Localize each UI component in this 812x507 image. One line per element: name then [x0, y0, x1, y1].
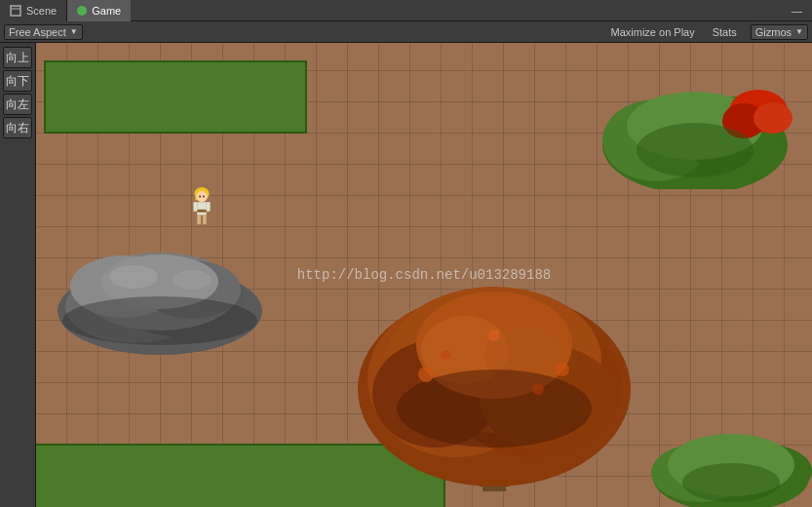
dir-down-label: 向下 — [6, 73, 29, 90]
tab-game-label: Game — [92, 5, 121, 17]
dir-left-label: 向左 — [6, 97, 29, 113]
aspect-dropdown[interactable]: Free Aspect ▼ — [4, 24, 83, 40]
svg-rect-52 — [207, 202, 211, 212]
scene-icon — [10, 5, 21, 17]
svg-rect-48 — [197, 210, 207, 213]
stats-button[interactable]: Stats — [709, 24, 741, 40]
dir-right-button[interactable]: 向右 — [3, 117, 32, 138]
dir-left-button[interactable]: 向左 — [3, 94, 32, 115]
svg-point-46 — [203, 196, 205, 198]
svg-point-17 — [109, 265, 158, 289]
rock-pile — [56, 233, 260, 350]
dir-down-button[interactable]: 向下 — [3, 70, 32, 92]
autumn-tree — [338, 282, 650, 487]
bush-top-right — [598, 87, 793, 184]
game-icon — [77, 6, 87, 16]
left-panel: 向上 向下 向左 向右 — [0, 43, 36, 507]
svg-point-35 — [441, 350, 450, 360]
game-viewport: http://blog.csdn.net/u013289188 — [36, 43, 812, 507]
svg-point-18 — [173, 270, 212, 290]
aspect-label: Free Aspect — [9, 26, 66, 38]
main-area: 向上 向下 向左 向右 — [0, 43, 812, 507]
svg-rect-0 — [11, 6, 20, 16]
svg-point-8 — [754, 102, 793, 134]
dir-up-button[interactable]: 向上 — [3, 47, 32, 68]
svg-point-19 — [62, 296, 257, 345]
aspect-arrow: ▼ — [70, 27, 78, 36]
tab-bar-right: — — [787, 5, 812, 17]
svg-rect-50 — [203, 215, 207, 225]
tab-bar: Scene Game — — [0, 0, 812, 21]
svg-rect-47 — [197, 202, 207, 214]
dir-up-label: 向上 — [6, 50, 29, 66]
tab-scene-label: Scene — [26, 5, 57, 17]
maximize-on-play-button[interactable]: Maximize on Play — [607, 24, 699, 40]
svg-point-9 — [637, 123, 754, 177]
svg-point-44 — [196, 191, 207, 202]
svg-point-33 — [556, 363, 569, 376]
svg-rect-49 — [197, 215, 201, 225]
bush-bottom-right — [651, 424, 807, 502]
svg-point-34 — [488, 330, 500, 341]
tab-scene[interactable]: Scene — [0, 0, 66, 21]
grass-top-left — [44, 60, 307, 134]
gizmos-label: Gizmos — [755, 26, 792, 38]
autumn-tree-svg — [338, 282, 650, 491]
svg-point-36 — [532, 383, 544, 395]
toolbar: Free Aspect ▼ Maximize on Play Stats Giz… — [0, 21, 812, 43]
svg-point-45 — [199, 196, 201, 198]
rock-pile-svg — [56, 233, 265, 355]
character-svg — [191, 187, 213, 226]
minimize-button[interactable]: — — [787, 5, 807, 17]
character-sprite — [192, 187, 212, 226]
gizmos-arrow: ▼ — [795, 27, 803, 36]
bush-top-right-svg — [598, 87, 793, 189]
bush-bottom-right-svg — [651, 424, 812, 507]
svg-point-32 — [418, 367, 434, 382]
svg-point-41 — [682, 463, 780, 502]
tab-game[interactable]: Game — [67, 0, 131, 21]
svg-rect-51 — [193, 202, 197, 212]
dir-right-label: 向右 — [6, 120, 29, 136]
gizmos-dropdown[interactable]: Gizmos ▼ — [751, 24, 808, 40]
